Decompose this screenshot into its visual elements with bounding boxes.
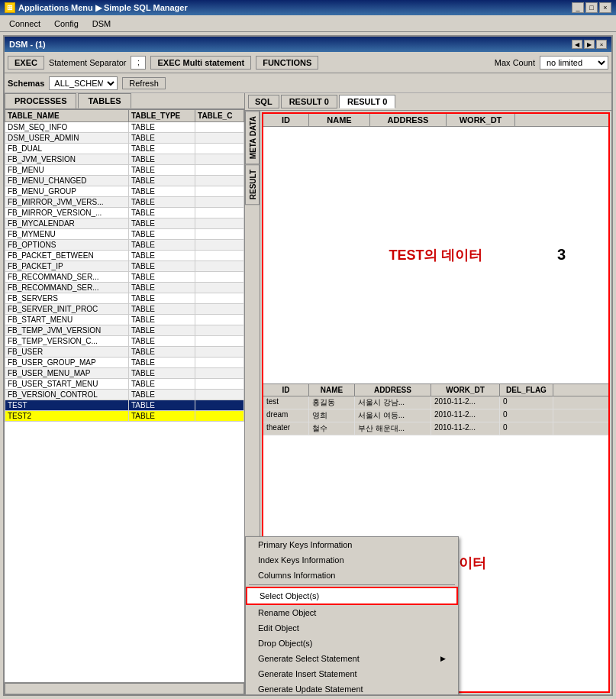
schema-bar: Schemas ALL_SCHEM Refresh [5,73,611,93]
table-row[interactable]: FB_MYCALENDARTABLE [5,218,244,229]
table-row[interactable]: FB_RECOMMAND_SER...TABLE [5,272,244,283]
result-tabs: SQL RESULT 0 RESULT 0 [245,93,611,111]
table-row[interactable]: FB_DUALTABLE [5,144,244,154]
table-row[interactable]: FB_SERVER_INIT_PROCTABLE [5,304,244,315]
result-header-workdt: WORK_DT [447,114,515,126]
table-row[interactable]: FB_MIRROR_VERSION_...TABLE [5,208,244,218]
context-menu-item[interactable]: Generate Select Statement▶ [246,651,458,666]
max-count-label: Max Count [495,58,535,67]
title-bar: ⊞ Applications Menu ▶ Simple SQL Manager… [0,0,616,15]
table-row[interactable]: FB_MENU_GROUPTABLE [5,186,244,197]
dsm-title-controls: ◀ ▶ × [572,40,607,49]
functions-button[interactable]: FUNCTIONS [256,56,318,70]
table-row[interactable]: FB_MENU_CHANGEDTABLE [5,176,244,186]
app-icon: ⊞ [5,2,15,13]
dsm-title: DSM - (1) ◀ ▶ × [5,37,611,52]
result-tab-1[interactable]: RESULT 0 [339,95,395,108]
toolbar: EXEC Statement Separator ; EXEC Multi st… [5,52,611,73]
submenu-arrow-icon: ▶ [440,655,446,662]
context-menu-item[interactable]: Columns Information [246,568,458,583]
title-bar-controls: _ □ × [572,2,611,13]
context-menu-item[interactable]: Select Object(s) [246,587,458,605]
table-row[interactable]: FB_MIRROR_JVM_VERS...TABLE [5,197,244,208]
table-row[interactable]: FB_RECOMMAND_SER...TABLE [5,283,244,293]
table-row[interactable]: FB_MYMENUTABLE [5,229,244,240]
table-row[interactable]: FB_START_MENUTABLE [5,315,244,325]
menu-separator [249,584,455,585]
minimize-button[interactable]: _ [572,2,584,13]
data-header: ID NAME ADDRESS WORK_DT DEL_FLAG [263,384,608,396]
main-content: DSM - (1) ◀ ▶ × EXEC Statement Separator… [0,32,616,699]
list-item[interactable]: dream 영희 서울시 여등... 2010-11-2... 0 [263,409,608,422]
menu-config[interactable]: Config [48,18,85,30]
result-header-name: NAME [309,114,370,126]
horizontal-scrollbar[interactable] [5,682,244,694]
schema-select[interactable]: ALL_SCHEM [49,76,118,90]
close-button[interactable]: × [599,2,611,13]
data-col-address: ADDRESS [355,384,431,396]
exec-button[interactable]: EXEC [8,56,44,70]
table-row[interactable]: FB_TEMP_VERSION_C...TABLE [5,336,244,347]
context-menu-item[interactable]: Rename Object [246,605,458,620]
result-header-address: ADDRESS [370,114,447,126]
dsm-next-button[interactable]: ▶ [584,40,595,49]
annotation-3: 3 [557,246,566,264]
tab-processes[interactable]: PROCESSES [5,93,76,108]
table-row[interactable]: FB_USER_START_MENUTABLE [5,379,244,390]
list-item[interactable]: test 홍길동 서울시 강남... 2010-11-2... 0 [263,396,608,409]
schema-label: Schemas [8,79,44,88]
side-tab-metadata[interactable]: META DATA [245,111,260,164]
context-menu-item[interactable]: Drop Object(s) [246,636,458,651]
table-row[interactable]: FB_USERTABLE [5,347,244,358]
list-item[interactable]: theater 철수 부산 해운대... 2010-11-2... 0 [263,422,608,435]
result-header-row: ID NAME ADDRESS WORK_DT [263,114,608,127]
separator-label: Statement Separator [49,58,127,67]
table-row[interactable]: FB_OPTIONSTABLE [5,240,244,251]
dsm-prev-button[interactable]: ◀ [572,40,582,49]
col-header-cat: TABLE_C [195,110,244,122]
menu-connect[interactable]: Connect [3,18,47,30]
title-bar-text: Applications Menu ▶ Simple SQL Manager [18,3,188,13]
table-row[interactable]: FB_VERSION_CONTROLTABLE [5,390,244,400]
left-panel: PROCESSES TABLES TABLE_NAME TABLE_TYPE T… [5,93,245,694]
tab-tables[interactable]: TABLES [78,93,131,108]
context-menu-item[interactable]: Index Keys Information [246,552,458,568]
data-col-delflag: DEL_FLAG [500,384,553,396]
right-panel: SQL RESULT 0 RESULT 0 META DATA RESULT [245,93,611,694]
exec-multi-button[interactable]: EXEC Multi statement [150,56,251,70]
data-rows: test 홍길동 서울시 강남... 2010-11-2... 0 dream … [263,396,608,435]
table-row[interactable]: TESTTABLE [5,400,244,411]
menu-dsm[interactable]: DSM [86,18,117,30]
context-menu-item[interactable]: Generate Update Statement [246,681,458,694]
table-row[interactable]: FB_PACKET_IPTABLE [5,261,244,272]
side-tab-result[interactable]: RESULT [245,164,260,205]
result-tab-0[interactable]: RESULT 0 [281,95,337,108]
content-area: PROCESSES TABLES TABLE_NAME TABLE_TYPE T… [5,93,611,694]
col-header-name: TABLE_NAME [5,110,129,122]
table-row[interactable]: FB_PACKET_BETWEENTABLE [5,251,244,261]
col-header-type: TABLE_TYPE [128,110,195,122]
max-count-select[interactable]: no limited [540,56,608,70]
table-row[interactable]: FB_USER_MENU_MAPTABLE [5,368,244,379]
data-section: ID NAME ADDRESS WORK_DT DEL_FLAG test 홍길… [263,383,608,435]
context-menu: Primary Keys InformationIndex Keys Infor… [245,536,459,694]
table-container[interactable]: TABLE_NAME TABLE_TYPE TABLE_C DSM_SEQ_IN… [5,109,244,682]
context-menu-item[interactable]: Edit Object [246,620,458,636]
maximize-button[interactable]: □ [585,2,598,13]
tab-bar: PROCESSES TABLES [5,93,244,109]
table-row[interactable]: DSM_SEQ_INFOTABLE [5,122,244,133]
context-menu-item[interactable]: Generate Insert Statement [246,666,458,681]
table-row[interactable]: DSM_USER_ADMINTABLE [5,133,244,144]
dsm-close-button[interactable]: × [596,40,607,49]
context-menu-item[interactable]: Primary Keys Information [246,537,458,552]
data-col-id: ID [263,384,309,396]
refresh-button[interactable]: Refresh [122,77,166,89]
table-row[interactable]: FB_MENUTABLE [5,165,244,176]
table-row[interactable]: FB_TEMP_JVM_VERSIONTABLE [5,325,244,336]
result-header-id: ID [263,114,309,126]
table-row[interactable]: FB_SERVERSTABLE [5,293,244,304]
table-row[interactable]: FB_JVM_VERSIONTABLE [5,154,244,165]
sql-button[interactable]: SQL [248,95,279,108]
table-row[interactable]: TEST2TABLE [5,411,244,422]
table-row[interactable]: FB_USER_GROUP_MAPTABLE [5,358,244,368]
